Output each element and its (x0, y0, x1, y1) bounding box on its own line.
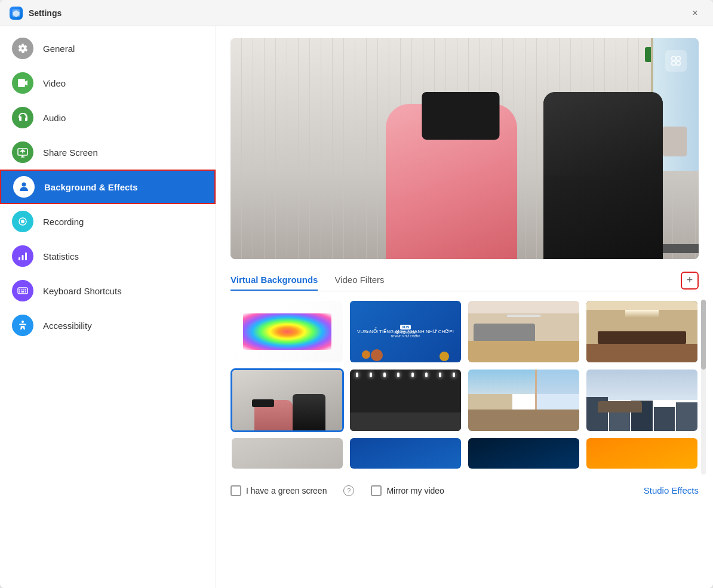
vus-label: VUS NỔI TIẾNG ANHNHANH NHƯ CHỚP! (350, 301, 461, 362)
cd-building-5 (676, 402, 697, 431)
bg-thumb-city-view[interactable] (585, 368, 699, 432)
tabs-row: Virtual Backgrounds Video Filters + (231, 270, 699, 291)
svg-point-2 (22, 183, 26, 187)
scrollbar-track (701, 300, 706, 475)
keyboard-icon (12, 280, 33, 301)
sidebar-label-background-effects: Background & Effects (44, 182, 138, 192)
sidebar-item-keyboard-shortcuts[interactable]: Keyboard Shortcuts (0, 273, 216, 308)
bg-city-inner (586, 370, 697, 431)
green-screen-checkbox[interactable] (231, 485, 241, 496)
cd-sofa (598, 401, 642, 412)
studio-detail (350, 370, 461, 431)
mirror-video-checkbox-item[interactable]: Mirror my video (371, 485, 444, 496)
svg-rect-5 (19, 257, 20, 260)
bg-thumb-current-room[interactable] (231, 368, 344, 432)
studio-light-1 (356, 372, 358, 377)
bg-thumb-studio[interactable] (349, 368, 462, 432)
svg-rect-11 (23, 290, 24, 291)
bg-thumb-colorful[interactable] (231, 300, 344, 364)
svg-rect-18 (677, 57, 680, 60)
modern-detail (468, 370, 579, 431)
md-floor (468, 410, 579, 431)
sidebar-item-statistics[interactable]: Statistics (0, 239, 216, 273)
titlebar: Settings × (0, 0, 713, 26)
sidebar-item-share-screen[interactable]: Share Screen (0, 135, 216, 170)
svg-rect-9 (19, 290, 20, 291)
mirror-video-checkbox[interactable] (371, 485, 382, 496)
add-background-button[interactable]: + (681, 272, 699, 290)
sidebar-item-video[interactable]: Video (0, 66, 216, 100)
mirror-video-label: Mirror my video (386, 486, 444, 495)
sidebar-item-background-effects[interactable]: Background & Effects (0, 170, 216, 204)
sidebar-label-recording: Recording (43, 217, 84, 227)
video-preview: EXIT (231, 38, 699, 259)
green-screen-label: I have a green screen (246, 486, 327, 495)
sidebar-item-general[interactable]: General (0, 31, 216, 66)
green-screen-checkbox-item[interactable]: I have a green screen (231, 485, 327, 496)
help-icon[interactable]: ? (343, 485, 354, 496)
bg-partial2-inner (350, 438, 461, 470)
sidebar-item-audio[interactable]: Audio (0, 100, 216, 135)
bg-current-inner (232, 370, 342, 430)
studio-light-4 (397, 372, 399, 377)
person-icon (13, 176, 35, 198)
sidebar-label-accessibility: Accessibility (43, 321, 92, 331)
close-button[interactable]: × (687, 5, 703, 21)
city-detail (586, 370, 697, 431)
svg-rect-14 (21, 291, 24, 293)
bg-thumb-living-room-1[interactable] (467, 300, 580, 364)
svg-rect-10 (21, 290, 23, 291)
share-icon (12, 141, 33, 163)
background-grid: VUS NỔI TIẾNG ANHNHANH NHƯ CHỚP! (231, 300, 699, 470)
svg-point-4 (21, 220, 24, 223)
scrollbar-thumb[interactable] (701, 300, 706, 370)
bg-thumb-partial-3[interactable] (467, 437, 580, 470)
backgrounds-scroll-area: VUS NỔI TIẾNG ANHNHANH NHƯ CHỚP! (231, 300, 699, 475)
studio-lights (350, 372, 461, 377)
content-area: EXIT (216, 26, 713, 588)
headphone-icon (12, 107, 33, 128)
studio-light-5 (411, 372, 414, 377)
dd-ceiling (586, 301, 697, 310)
svg-rect-12 (25, 290, 26, 291)
bg-thumb-partial-4[interactable] (585, 437, 699, 470)
bg-blue-pres-inner: VUS NỔI TIẾNG ANHNHANH NHƯ CHỚP! (350, 301, 461, 362)
video-icon (12, 72, 33, 94)
sidebar-item-recording[interactable]: Recording (0, 204, 216, 239)
sidebar-label-share-screen: Share Screen (43, 147, 98, 158)
bg-living1-inner (468, 301, 579, 362)
sidebar-label-general: General (43, 44, 75, 54)
app-icon (10, 7, 23, 20)
bg-colorful-inner (232, 301, 343, 362)
studio-light-6 (425, 372, 428, 377)
sidebar-label-audio: Audio (43, 113, 66, 123)
sidebar-label-statistics: Statistics (43, 251, 79, 261)
svg-rect-19 (672, 61, 675, 65)
tab-video-filters[interactable]: Video Filters (334, 270, 384, 291)
chair-back (543, 92, 663, 176)
main-content: General Video Audio Share Screen (0, 26, 713, 588)
bg-thumb-modern-living[interactable] (467, 368, 580, 432)
dining-detail (586, 301, 697, 362)
tab-virtual-backgrounds[interactable]: Virtual Backgrounds (231, 270, 318, 291)
leather-chair (543, 92, 663, 259)
lr-ceiling (468, 301, 579, 313)
studio-light-8 (453, 372, 455, 377)
bg-thumb-blue-presentation[interactable]: VUS NỔI TIẾNG ANHNHANH NHƯ CHỚP! (349, 300, 462, 364)
sidebar-label-keyboard-shortcuts: Keyboard Shortcuts (43, 286, 122, 296)
lr-sofa (474, 324, 534, 341)
svg-point-16 (21, 321, 24, 323)
svg-rect-15 (25, 291, 26, 293)
stats-icon (12, 245, 33, 267)
expand-button[interactable] (665, 50, 687, 72)
sidebar-item-accessibility[interactable]: Accessibility (0, 308, 216, 343)
bg-thumb-partial-1[interactable] (231, 437, 344, 470)
floor-device (663, 244, 699, 253)
studio-effects-link[interactable]: Studio Effects (644, 485, 699, 495)
bg-thumb-dining[interactable] (585, 300, 699, 364)
bg-thumb-partial-2[interactable] (349, 437, 462, 470)
sidebar-label-video: Video (43, 78, 66, 88)
studio-light-7 (439, 372, 441, 377)
bg-dining-inner (586, 301, 697, 362)
studio-floor (350, 412, 461, 431)
